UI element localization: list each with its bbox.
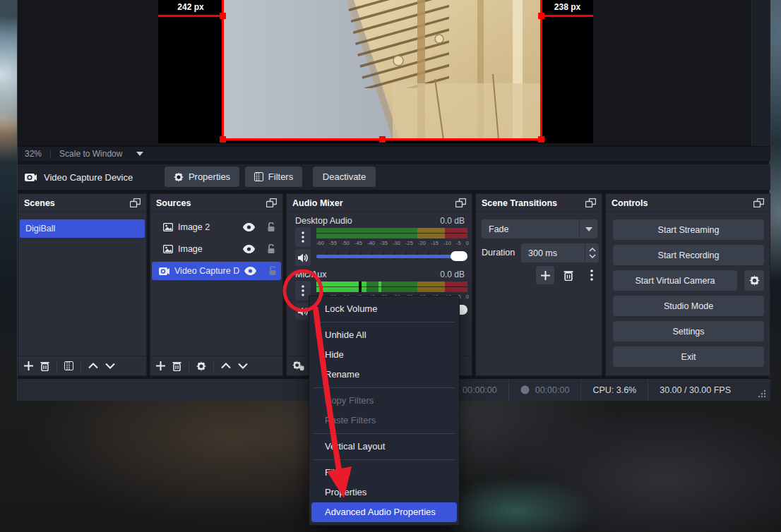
move-scene-down-button[interactable]: [105, 363, 115, 369]
menu-item-filters[interactable]: Filters: [309, 463, 459, 483]
video-preview[interactable]: [223, 0, 542, 140]
stream-time: 00:00:00: [463, 385, 497, 395]
canvas-letterbox: 242 px 238 px: [158, 0, 593, 143]
button-label: Studio Mode: [664, 301, 713, 311]
menu-item-rename[interactable]: Rename: [309, 365, 459, 385]
move-source-up-button[interactable]: [221, 363, 231, 369]
menu-item-copy-filters[interactable]: Copy Filters: [309, 391, 459, 411]
combo-arrow-box: [579, 219, 597, 238]
menu-item-advanced-audio-properties[interactable]: Advanced Audio Properties: [311, 502, 457, 522]
source-label: Image: [178, 244, 238, 254]
cpu-usage: CPU: 3.6%: [581, 385, 648, 395]
image-icon: [163, 223, 173, 231]
crop-handle-bottom-mid[interactable]: [379, 136, 386, 143]
controls-header: Controls: [606, 194, 770, 212]
channel-db: 0.0 dB: [440, 216, 465, 226]
popout-icon[interactable]: [130, 198, 141, 207]
remove-scene-button[interactable]: [40, 361, 49, 371]
crop-handle-bottom-right[interactable]: [538, 136, 544, 143]
settings-button[interactable]: Settings: [613, 321, 764, 341]
studio-mode-button[interactable]: Studio Mode: [613, 296, 764, 316]
desktop-audio-volume-slider[interactable]: [316, 252, 467, 260]
filters-button[interactable]: Filters: [245, 167, 302, 187]
resize-grip[interactable]: [758, 389, 766, 398]
record-time: 00:00:00: [535, 385, 570, 395]
visibility-eye-icon[interactable]: [243, 245, 255, 253]
divider: [189, 361, 189, 372]
properties-button[interactable]: Properties: [165, 167, 239, 187]
lock-icon[interactable]: [267, 222, 275, 232]
remove-source-button[interactable]: [172, 361, 181, 371]
meter-tick-label: -20: [418, 239, 426, 247]
start-streaming-button[interactable]: Start Streaming: [613, 219, 764, 240]
popout-icon[interactable]: [585, 198, 596, 207]
sources-toolbar: [150, 356, 282, 375]
start-virtual-camera-button[interactable]: Start Virtual Camera: [613, 270, 737, 291]
menu-item-lock-volume[interactable]: Lock Volume: [309, 299, 459, 319]
crop-line-right[interactable]: [540, 0, 542, 140]
sources-dock: Sources Image 2 Image Video Capture De: [150, 193, 283, 376]
source-row-image2[interactable]: Image 2: [152, 218, 281, 236]
zoom-percent[interactable]: 32%: [18, 149, 50, 159]
menu-item-unhide-all[interactable]: Unhide All: [309, 325, 459, 345]
meter-tick-label: -60: [316, 239, 324, 247]
add-transition-button[interactable]: [536, 266, 554, 284]
meter-tick-label: -50: [342, 239, 350, 247]
meter-tick-label: -30: [393, 239, 400, 247]
add-scene-button[interactable]: [24, 361, 33, 370]
desktop-audio-menu-button[interactable]: [295, 227, 311, 247]
visibility-eye-icon[interactable]: [244, 267, 256, 275]
crop-line-left[interactable]: [222, 0, 224, 140]
spin-down-icon: [589, 254, 596, 258]
virtual-camera-settings-button[interactable]: [744, 270, 764, 291]
advanced-audio-gear-icon[interactable]: [292, 361, 304, 371]
button-label: Exit: [681, 352, 696, 362]
crop-handle-left-mid[interactable]: [220, 13, 226, 19]
add-source-button[interactable]: [156, 361, 165, 370]
duration-spinbox[interactable]: 300 ms: [521, 243, 599, 262]
slider-handle[interactable]: [451, 251, 467, 261]
lock-icon[interactable]: [267, 244, 275, 254]
scene-transitions-header: Scene Transitions: [476, 194, 602, 212]
source-name-group: Video Capture Device: [25, 172, 133, 183]
chevron-down-icon[interactable]: [136, 152, 143, 156]
menu-item-vertical-layout[interactable]: Vertical Layout: [309, 437, 459, 457]
controls-dock: Controls Start Streaming Start Recording…: [605, 193, 770, 376]
scale-mode-select[interactable]: Scale to Window: [51, 149, 132, 159]
remove-transition-button[interactable]: [561, 267, 576, 283]
exit-button[interactable]: Exit: [613, 346, 764, 367]
popout-icon[interactable]: [266, 198, 277, 207]
transition-buttons-row: [476, 266, 602, 284]
desktop-audio-meter: [316, 228, 467, 238]
crop-handle-bottom-left[interactable]: [220, 136, 226, 143]
source-row-video-capture[interactable]: Video Capture De: [152, 262, 281, 280]
deactivate-button[interactable]: Deactivate: [313, 167, 376, 187]
popout-icon[interactable]: [753, 198, 764, 207]
menu-item-paste-filters[interactable]: Paste Filters: [309, 411, 459, 430]
visibility-eye-icon[interactable]: [243, 223, 255, 231]
sources-header: Sources: [150, 194, 282, 212]
menu-item-properties[interactable]: Properties: [309, 483, 459, 502]
button-label: Settings: [672, 327, 704, 337]
move-source-down-button[interactable]: [238, 363, 248, 369]
crop-handle-right-mid[interactable]: [538, 13, 544, 19]
scene-filters-button[interactable]: [64, 361, 73, 370]
preview-area[interactable]: 242 px 238 px: [18, 0, 770, 146]
source-row-image[interactable]: Image: [152, 240, 281, 258]
lock-icon[interactable]: [268, 266, 277, 276]
source-properties-button[interactable]: [196, 361, 206, 371]
divider: [213, 361, 214, 372]
transition-options-kebab-icon[interactable]: [586, 267, 597, 283]
popout-icon[interactable]: [455, 198, 466, 207]
transition-value: Fade: [482, 224, 579, 234]
desktop-audio-mute-button[interactable]: [295, 249, 311, 266]
mic-aux-meter: [316, 282, 467, 292]
move-scene-up-button[interactable]: [88, 363, 98, 369]
scene-item-digiball[interactable]: DigiBall: [20, 219, 145, 238]
channel-name: Mic/Aux: [295, 270, 326, 279]
preview-scale-bar: 32% Scale to Window: [18, 146, 770, 161]
transition-select[interactable]: Fade: [482, 219, 597, 238]
menu-item-hide[interactable]: Hide: [309, 345, 459, 365]
desktop-audio-label-row: Desktop Audio 0.0 dB: [295, 216, 465, 226]
start-recording-button[interactable]: Start Recording: [613, 245, 764, 265]
